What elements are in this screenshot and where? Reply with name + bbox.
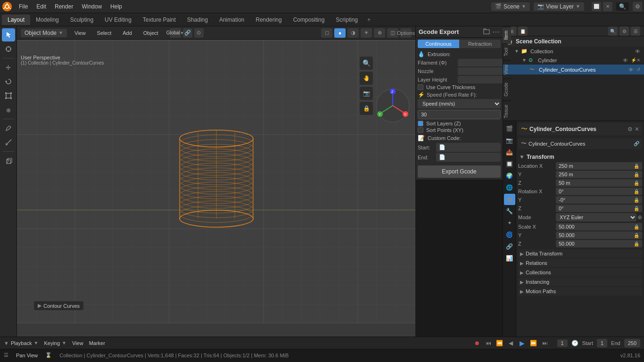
options-button[interactable]: Options [400,28,412,38]
tree-contourcurves-item[interactable]: 〜 Cylinder_ContourCurves 👁 ↺ [503,65,644,74]
layer-height-input[interactable] [458,76,503,83]
tab-sculpting[interactable]: Sculpting [65,15,99,25]
view-layer-properties-icon[interactable]: 🔲 [504,158,515,170]
mode-extra-icon[interactable]: ⊕ [637,214,642,221]
solid-shading-button[interactable]: ● [334,28,346,38]
end-frame-display[interactable]: 250 [624,339,640,347]
render-properties-icon[interactable]: 📷 [504,135,515,146]
jump-end-button[interactable]: ⏭ [540,338,550,348]
wireframe-shading-button[interactable]: ◻ [321,28,332,38]
menu-help[interactable]: Help [107,2,126,11]
rotation-mode-dropdown[interactable]: XYZ Euler [556,213,636,222]
viewport-canvas[interactable]: User Perspective (1) Collection | Cylind… [17,40,415,323]
location-y-field[interactable]: 250 m 🔒 [556,171,642,178]
data-properties-icon[interactable]: 📊 [504,253,515,264]
jump-start-button[interactable]: ⏮ [484,338,493,348]
tab-shading[interactable]: Shading [182,15,214,25]
playback-label[interactable]: Playback [11,340,32,346]
zoom-in-button[interactable]: 🔍 [360,57,373,70]
relations-header[interactable]: ▶ Relations [518,259,642,267]
sort-points-checkbox[interactable] [418,127,423,133]
properties-icon-view[interactable]: 📋 [518,26,528,36]
gcode-panel-folder-icon[interactable] [483,27,490,36]
window-close-icon[interactable]: ✕ [603,2,612,11]
menu-edit[interactable]: Edit [33,2,50,11]
delta-transform-header[interactable]: ▶ Delta Transform [518,249,642,258]
cursor-tool-button[interactable] [2,42,15,56]
item-side-tab[interactable]: Item [503,26,511,43]
record-button[interactable]: ⏺ [472,338,482,348]
add-cube-button[interactable] [2,154,15,167]
tree-cylinder-item[interactable]: ▼ ⊙ Cylinder 👁 ⚡✕ [503,56,644,65]
proportional-edit-button[interactable]: ⊙ [194,28,204,38]
world-properties-icon[interactable]: 🌐 [504,182,515,193]
gcode-side-tab[interactable]: Gcode [503,78,511,100]
location-x-field[interactable]: 250 m 🔒 [556,162,642,170]
motion-paths-header[interactable]: ▶ Motion Paths [518,287,642,296]
filament-input[interactable] [458,59,503,66]
tree-collection-item[interactable]: ▼ 📁 Collection 👁 [503,47,644,56]
step-forward-button[interactable]: ⏩ [529,338,538,348]
rendered-shading-button[interactable]: ☀ [361,28,372,38]
object-properties-icon[interactable]: ⊙ [504,194,515,205]
particle-properties-icon[interactable]: ✦ [504,217,515,229]
object-settings-icon[interactable]: ⚙ [627,126,633,132]
rotation-z-field[interactable]: 0° 🔒 [556,205,642,212]
collections-header[interactable]: ▶ Collections [518,268,642,277]
viewport-object-button[interactable]: Object [140,29,162,37]
marker-label[interactable]: Marker [89,340,105,346]
select-tool-button[interactable] [2,28,15,41]
measure-tool-button[interactable] [2,136,15,149]
menu-file[interactable]: File [15,2,32,11]
scale-y-lock[interactable]: 🔒 [634,233,639,238]
location-x-lock[interactable]: 🔒 [634,164,639,169]
rotation-y-field[interactable]: -0° 🔒 [556,196,642,204]
tab-layout[interactable]: Layout [2,15,30,25]
scale-x-field[interactable]: 50.000 🔒 [556,223,642,230]
sort-layers-checkbox[interactable] [418,121,423,126]
axis-indicator[interactable]: Z X Y [374,87,412,124]
transform-section-header[interactable]: ▼ Transform [518,152,642,162]
camera-button[interactable]: 📷 [360,87,373,100]
code-start-button[interactable]: 📄 [436,143,501,152]
tissue-side-tab[interactable]: Tissue [503,100,511,122]
playback-dropdown[interactable]: ▼ [34,340,39,346]
tab-modeling[interactable]: Modeling [30,15,65,25]
tool-side-tab[interactable]: Tool [503,43,511,60]
rotation-x-lock[interactable]: 🔒 [634,189,639,194]
keying-dropdown[interactable]: ▼ [62,340,66,346]
snap-button[interactable]: 🔗 [183,28,192,38]
window-copy-icon[interactable]: ⬜ [592,2,601,11]
keying-label[interactable]: Keying [44,340,60,346]
object-name-input[interactable] [529,126,626,132]
menu-window[interactable]: Window [78,2,106,11]
view-side-tab[interactable]: View [503,60,511,79]
instancing-header[interactable]: ▶ Instancing [518,278,642,286]
cylinder-visibility-icon[interactable]: 👁 [623,58,628,63]
tab-rendering[interactable]: Rendering [250,15,287,25]
step-back-button[interactable]: ⏪ [495,338,504,348]
zoom-out-button[interactable]: 🤚 [360,72,373,85]
speed-value-input[interactable] [418,110,501,119]
tab-animation[interactable]: Animation [214,15,250,25]
current-frame-display[interactable]: 1 [557,339,568,347]
play-forward-button[interactable]: ▶ [518,338,527,348]
scale-z-field[interactable]: 50.000 🔒 [556,240,642,247]
material-shading-button[interactable]: ◑ [347,28,359,38]
view-layer-dropdown[interactable]: 📷 View Layer ▼ [534,2,584,11]
scale-x-lock[interactable]: 🔒 [634,224,639,230]
location-z-field[interactable]: 50 m 🔒 [556,179,642,187]
transform-tool-button[interactable]: ⊕ [2,103,15,116]
export-gcode-button[interactable]: Export Gcode [418,165,501,178]
props-menu-icon[interactable]: ☰ [631,26,640,36]
continuous-tab[interactable]: Continuous [418,40,459,48]
rotation-z-lock[interactable]: 🔒 [634,206,639,211]
scale-tool-button[interactable] [2,89,15,102]
retraction-tab[interactable]: Retraction [459,40,501,48]
viewport[interactable]: Object Mode ▼ View Select Add Object Glo… [17,26,415,337]
scale-z-lock[interactable]: 🔒 [634,241,639,247]
panel-dots-button[interactable]: ⋯ [492,27,500,36]
contour-curves-label[interactable]: ▶ Contour Curves [34,301,83,310]
add-workspace-button[interactable]: + [363,15,374,25]
tab-uv-editing[interactable]: UV Editing [99,15,137,25]
